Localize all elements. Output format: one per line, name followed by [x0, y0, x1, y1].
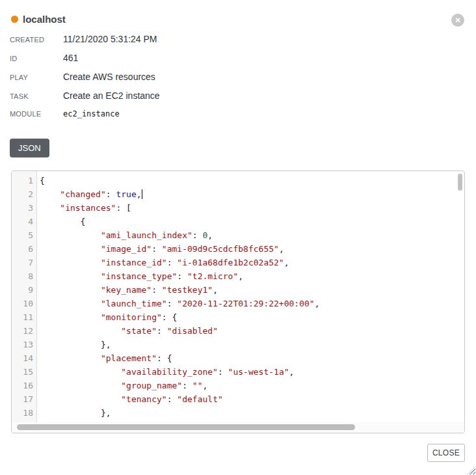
code-line[interactable]: "group_name": "", — [40, 379, 464, 392]
line-number: 15 — [12, 365, 33, 379]
line-number: 7 — [12, 256, 33, 269]
vertical-scrollbar[interactable] — [458, 174, 462, 191]
code-line[interactable]: "tenancy": "default" — [40, 392, 464, 406]
code-line[interactable]: "availability_zone": "us-west-1a", — [40, 365, 464, 379]
code-line[interactable]: "instance_id": "i-01a68dfe1b2c02a52", — [40, 256, 464, 269]
modal-header: localhost ✕ — [0, 0, 476, 31]
horizontal-scrollbar-track[interactable] — [12, 422, 464, 433]
line-number: 14 — [12, 351, 33, 365]
code-gutter: 123456789101112131415161718 — [12, 171, 37, 422]
code-line[interactable]: "image_id": "ami-09d9c5cdcfb8fc655", — [40, 242, 464, 256]
code-line[interactable]: "instances": [ — [40, 201, 464, 215]
code-line[interactable]: "placement": { — [40, 351, 464, 365]
detail-row-task: TASK Create an EC2 instance — [10, 90, 476, 109]
code-line[interactable]: "instance_type": "t2.micro", — [40, 269, 464, 283]
code-line[interactable]: "monitoring": { — [40, 310, 464, 324]
line-number: 4 — [12, 215, 33, 228]
close-icon[interactable]: ✕ — [451, 14, 464, 27]
detail-label: MODULE — [10, 110, 63, 118]
detail-value: 461 — [63, 53, 78, 63]
detail-label: PLAY — [10, 74, 63, 81]
line-number: 11 — [12, 310, 33, 324]
line-number: 2 — [12, 187, 33, 201]
line-number: 6 — [12, 242, 33, 256]
line-number: 8 — [12, 269, 33, 283]
event-details: CREATED 11/21/2020 5:31:24 PM ID 461 PLA… — [10, 34, 476, 128]
detail-row-id: ID 461 — [10, 53, 476, 72]
detail-label: ID — [10, 55, 63, 62]
detail-value: 11/21/2020 5:31:24 PM — [63, 34, 157, 44]
code-line[interactable]: "changed": true, — [40, 187, 464, 201]
line-number: 17 — [12, 392, 33, 406]
line-number: 10 — [12, 297, 33, 310]
line-number: 16 — [12, 379, 33, 392]
json-output-editor[interactable]: 123456789101112131415161718 { "changed":… — [11, 170, 465, 433]
code-line[interactable]: }, — [40, 406, 464, 420]
code-lines[interactable]: { "changed": true, "instances": [ { "ami… — [37, 171, 464, 422]
detail-label: CREATED — [10, 36, 63, 44]
close-button[interactable]: CLOSE — [427, 444, 465, 462]
code-line[interactable]: "key_name": "testkey1", — [40, 283, 464, 297]
editor-body[interactable]: 123456789101112131415161718 { "changed":… — [12, 171, 464, 422]
detail-row-play: PLAY Create AWS resources — [10, 72, 476, 90]
code-line[interactable]: { — [40, 174, 464, 187]
line-number: 5 — [12, 228, 33, 242]
host-status-changed-icon — [11, 16, 18, 23]
detail-value: Create AWS resources — [63, 72, 155, 82]
line-number: 18 — [12, 406, 33, 420]
line-number: 13 — [12, 338, 33, 351]
text-cursor — [142, 189, 142, 199]
code-line[interactable]: }, — [40, 338, 464, 351]
resize-handle-icon[interactable] — [468, 467, 475, 474]
line-number: 9 — [12, 283, 33, 297]
code-line[interactable]: "ami_launch_index": 0, — [40, 228, 464, 242]
code-line[interactable]: "launch_time": "2020-11-22T01:29:22+00:0… — [40, 297, 464, 310]
code-line[interactable]: "state": "disabled" — [40, 324, 464, 338]
code-line[interactable]: { — [40, 215, 464, 228]
detail-value: ec2_instance — [63, 109, 120, 118]
line-number: 1 — [12, 174, 33, 187]
detail-label: TASK — [10, 92, 63, 100]
host-event-modal: localhost ✕ CREATED 11/21/2020 5:31:24 P… — [0, 0, 476, 433]
tab-json-button[interactable]: JSON — [10, 139, 49, 157]
host-name-title: localhost — [23, 14, 66, 25]
detail-value: Create an EC2 instance — [63, 90, 160, 101]
line-number: 3 — [12, 201, 33, 215]
detail-row-created: CREATED 11/21/2020 5:31:24 PM — [10, 34, 476, 53]
horizontal-scrollbar[interactable] — [17, 424, 355, 430]
line-number: 12 — [12, 324, 33, 338]
detail-row-module: MODULE ec2_instance — [10, 109, 476, 128]
